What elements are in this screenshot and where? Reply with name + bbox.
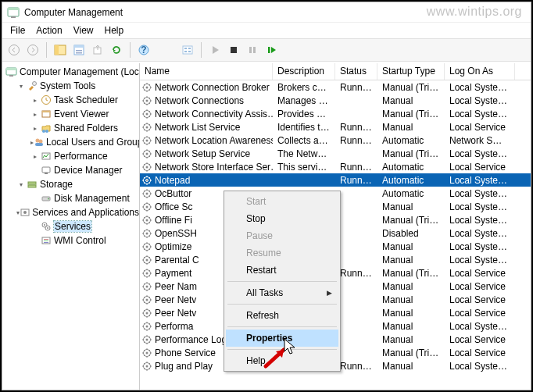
svg-point-67 — [146, 179, 148, 181]
service-logon-as: Local Service — [445, 268, 515, 279]
export-button[interactable] — [89, 41, 106, 59]
tree-services-applications[interactable]: ▾ Services and Applications — [2, 205, 139, 219]
gear-icon — [141, 95, 152, 106]
svg-rect-49 — [44, 239, 48, 240]
tree-wmi-control[interactable]: ▸ WMI Control — [2, 233, 139, 248]
toolbar-separator — [201, 42, 202, 58]
svg-point-73 — [146, 219, 148, 221]
service-row[interactable]: Network Store Interface Ser…This service… — [140, 160, 531, 173]
tree-storage[interactable]: ▾ Storage — [2, 177, 139, 191]
service-startup-type: Manual (Trig… — [377, 347, 445, 358]
tree-device-manager[interactable]: ▸ Device Manager — [2, 163, 139, 177]
svg-point-59 — [146, 126, 148, 128]
svg-rect-21 — [253, 47, 256, 53]
service-logon-as: Local Service — [445, 347, 515, 358]
gear-icon — [141, 109, 152, 119]
submenu-arrow-icon: ▶ — [327, 289, 332, 297]
tree-services[interactable]: ▸ Services — [2, 219, 139, 233]
tree-event-viewer[interactable]: ▸ Event Viewer — [2, 107, 139, 121]
tree-system-tools[interactable]: ▾ System Tools — [2, 79, 139, 93]
service-logon-as: Local Syste… — [445, 109, 515, 119]
gear-icon — [141, 308, 152, 319]
service-row[interactable]: Network ConnectionsManages o…ManualLocal… — [140, 94, 531, 107]
service-row[interactable]: Network Location AwarenessCollects an…Ru… — [140, 134, 531, 147]
col-logon-as[interactable]: Log On As — [445, 63, 515, 80]
expand-icon[interactable]: ▸ — [30, 153, 40, 160]
tree-root[interactable]: Computer Management (Local — [2, 65, 139, 79]
nav-forward-button[interactable] — [24, 41, 41, 59]
nav-back-button[interactable] — [5, 41, 23, 59]
svg-rect-9 — [76, 50, 82, 52]
service-description: Identifies th… — [273, 122, 335, 133]
refresh-toolbar-button[interactable] — [108, 41, 125, 59]
navigation-tree[interactable]: Computer Management (Local ▾ System Tool… — [2, 63, 140, 390]
expand-icon[interactable]: ▾ — [16, 181, 26, 188]
svg-point-63 — [146, 152, 148, 155]
service-logon-as: Local Syste… — [445, 361, 515, 372]
service-name: Phone Service — [155, 347, 216, 358]
ctx-all-tasks[interactable]: All Tasks▶ — [226, 284, 338, 301]
svg-rect-2 — [11, 16, 16, 18]
menu-view[interactable]: View — [69, 23, 98, 37]
service-row[interactable]: Network Connectivity Assis…Provides Dir…… — [140, 107, 531, 120]
tree-local-users[interactable]: ▸ Local Users and Groups — [2, 135, 139, 149]
services-icon — [40, 220, 52, 233]
help-toolbar-button[interactable]: ? — [135, 41, 152, 59]
expand-icon[interactable]: ▸ — [30, 125, 40, 132]
ctx-restart[interactable]: Restart — [226, 262, 338, 279]
service-logon-as: Local Syste… — [445, 321, 515, 332]
svg-point-61 — [146, 139, 148, 141]
svg-point-31 — [45, 130, 48, 133]
service-row[interactable]: Network List ServiceIdentifies th…Runnin… — [140, 120, 531, 134]
expand-icon[interactable]: ▾ — [16, 83, 26, 90]
users-icon — [34, 136, 45, 148]
svg-point-65 — [146, 166, 148, 168]
col-description[interactable]: Description — [273, 63, 335, 80]
view-large-icons-button[interactable] — [179, 41, 196, 59]
menu-action[interactable]: Action — [31, 23, 66, 37]
ctx-start: Start — [226, 193, 338, 210]
ctx-separator — [227, 304, 337, 305]
service-name: Performa — [155, 321, 193, 332]
service-row[interactable]: Network Connection BrokerBrokers con…Run… — [140, 80, 531, 94]
tree-task-scheduler[interactable]: ▸ Task Scheduler — [2, 93, 139, 107]
service-row[interactable]: Network Setup ServiceThe Networ…Manual (… — [140, 147, 531, 160]
service-name: Network Connectivity Assis… — [155, 109, 273, 119]
svg-point-47 — [47, 227, 48, 229]
svg-rect-29 — [42, 111, 50, 112]
svg-rect-34 — [35, 143, 43, 146]
svg-point-79 — [146, 258, 148, 261]
ctx-stop[interactable]: Stop — [226, 210, 338, 227]
service-name: Network Connection Broker — [155, 82, 270, 93]
svg-point-55 — [146, 99, 148, 102]
svg-rect-10 — [76, 52, 82, 54]
restart-button[interactable] — [263, 41, 280, 59]
service-row[interactable]: NotepadRunningAutomaticLocal Syste… — [140, 173, 531, 187]
tree-performance[interactable]: ▸ Performance — [2, 149, 139, 163]
menu-file[interactable]: File — [5, 23, 30, 37]
service-logon-as: Local Service — [445, 122, 515, 133]
tree-disk-management[interactable]: ▸ Disk Management — [2, 191, 139, 205]
service-name: Notepad — [155, 175, 190, 186]
pause-button[interactable] — [244, 41, 261, 59]
expand-icon[interactable]: ▸ — [30, 97, 40, 104]
tree-shared-folders[interactable]: ▸ Shared Folders — [2, 121, 139, 135]
svg-point-53 — [146, 86, 148, 88]
gear-icon — [141, 347, 152, 358]
service-description: Collects an… — [273, 135, 335, 146]
col-startup-type[interactable]: Startup Type — [377, 63, 445, 80]
ctx-refresh[interactable]: Refresh — [226, 307, 338, 324]
properties-toolbar-button[interactable] — [70, 41, 88, 59]
col-name[interactable]: Name — [140, 63, 273, 80]
play-button[interactable] — [206, 41, 224, 59]
col-status[interactable]: Status — [335, 63, 377, 80]
svg-rect-22 — [268, 47, 270, 53]
stop-button[interactable] — [225, 41, 242, 59]
menu-help[interactable]: Help — [100, 23, 129, 37]
toolbar-separator — [130, 42, 131, 58]
service-startup-type: Manual — [377, 334, 445, 345]
show-hide-tree-button[interactable] — [52, 41, 69, 59]
expand-icon[interactable]: ▸ — [30, 111, 40, 118]
service-startup-type: Automatic — [377, 135, 445, 146]
ctx-properties[interactable]: Properties — [226, 330, 338, 347]
